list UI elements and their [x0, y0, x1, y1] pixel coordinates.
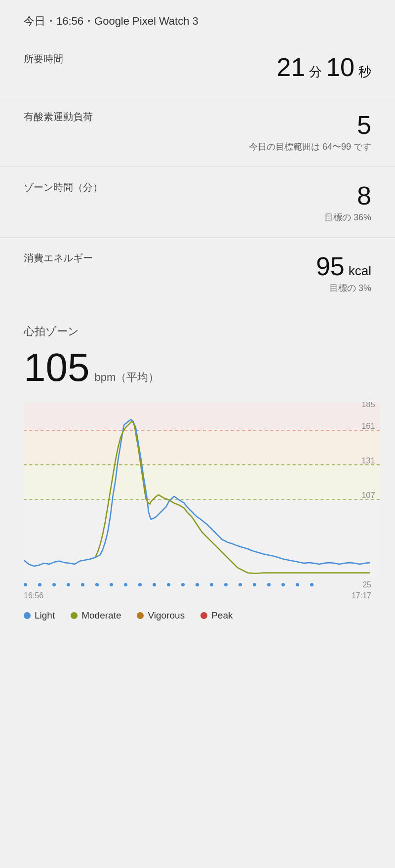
dot-6: [95, 583, 99, 586]
legend-dot-vigorous: [137, 612, 144, 619]
dot-9: [138, 583, 142, 586]
dot-21: [310, 583, 314, 586]
dot-17: [253, 583, 256, 586]
dots-label: 25: [362, 580, 371, 589]
dot-16: [238, 583, 242, 586]
energy-unit: kcal: [349, 263, 371, 279]
energy-value-group: 95 kcal: [316, 251, 371, 281]
heart-chart-svg: 185 161 131 107: [24, 402, 380, 576]
dot-20: [296, 583, 299, 586]
duration-seconds-unit: 秒: [358, 63, 371, 81]
bpm-value: 105: [24, 345, 89, 390]
legend-dot-peak: [200, 612, 207, 619]
aerobic-row: 有酸素運動負荷 5 今日の目標範囲は 64〜99 です: [0, 96, 395, 167]
aerobic-sub: 今日の目標範囲は 64〜99 です: [24, 141, 371, 153]
energy-value: 95: [316, 251, 345, 281]
dot-5: [81, 583, 84, 586]
time-end: 17:17: [352, 591, 371, 600]
aerobic-label: 有酸素運動負荷: [24, 110, 93, 124]
aerobic-value: 5: [357, 110, 371, 140]
dot-11: [167, 583, 170, 586]
dot-19: [281, 583, 285, 586]
legend-label-peak: Peak: [211, 610, 233, 621]
legend-label-moderate: Moderate: [81, 610, 121, 621]
dot-7: [110, 583, 113, 586]
legend-label-light: Light: [35, 610, 55, 621]
svg-text:185: 185: [361, 402, 375, 409]
header-text: 今日・16:56・Google Pixel Watch 3: [24, 15, 198, 27]
duration-label: 所要時間: [24, 52, 63, 66]
dot-4: [67, 583, 70, 586]
bpm-unit: bpm（平均）: [94, 370, 159, 385]
legend-vigorous: Vigorous: [137, 610, 185, 621]
dot-1: [24, 583, 27, 586]
legend-row: Light Moderate Vigorous Peak: [0, 600, 395, 641]
energy-sub: 目標の 3%: [24, 282, 371, 294]
energy-row: 消費エネルギー 95 kcal 目標の 3%: [0, 238, 395, 308]
dot-12: [181, 583, 185, 586]
zone-time-sub: 目標の 36%: [24, 211, 371, 223]
svg-text:161: 161: [361, 421, 375, 430]
dot-13: [196, 583, 199, 586]
time-start: 16:56: [24, 591, 43, 600]
legend-dot-light: [24, 612, 31, 619]
duration-row: 所要時間 21 分 10 秒: [0, 39, 395, 96]
dots-timeline: 25: [0, 576, 395, 589]
legend-peak: Peak: [200, 610, 233, 621]
svg-text:107: 107: [361, 491, 375, 499]
legend-moderate: Moderate: [71, 610, 121, 621]
heart-zone-section: 心拍ゾーン 105 bpm（平均）: [0, 308, 395, 390]
energy-label: 消費エネルギー: [24, 251, 93, 265]
dot-18: [267, 583, 271, 586]
dot-10: [153, 583, 156, 586]
duration-seconds: 10: [326, 52, 355, 82]
dot-8: [124, 583, 127, 586]
zone-title: 心拍ゾーン: [24, 324, 371, 339]
bpm-display: 105 bpm（平均）: [24, 345, 371, 390]
dots-container: [24, 583, 357, 586]
legend-light: Light: [24, 610, 55, 621]
svg-rect-3: [24, 499, 380, 576]
zone-time-row: ゾーン時間（分） 8 目標の 36%: [0, 167, 395, 238]
dot-3: [52, 583, 56, 586]
svg-rect-1: [24, 430, 380, 465]
legend-dot-moderate: [71, 612, 78, 619]
duration-value: 21 分 10 秒: [276, 52, 371, 82]
time-axis: 16:56 17:17: [0, 589, 395, 600]
svg-text:131: 131: [361, 456, 375, 465]
zone-time-label: ゾーン時間（分）: [24, 181, 103, 194]
header-bar: 今日・16:56・Google Pixel Watch 3: [0, 0, 395, 39]
duration-minutes: 21: [276, 52, 305, 82]
dot-2: [38, 583, 41, 586]
svg-rect-2: [24, 465, 380, 499]
svg-rect-0: [24, 402, 380, 430]
duration-minutes-unit: 分: [309, 63, 322, 81]
heart-chart-container: 185 161 131 107: [0, 402, 395, 576]
chart-wrap: 185 161 131 107: [24, 402, 380, 576]
zone-time-value: 8: [357, 181, 371, 210]
legend-label-vigorous: Vigorous: [148, 610, 185, 621]
dot-15: [224, 583, 228, 586]
dot-14: [210, 583, 213, 586]
